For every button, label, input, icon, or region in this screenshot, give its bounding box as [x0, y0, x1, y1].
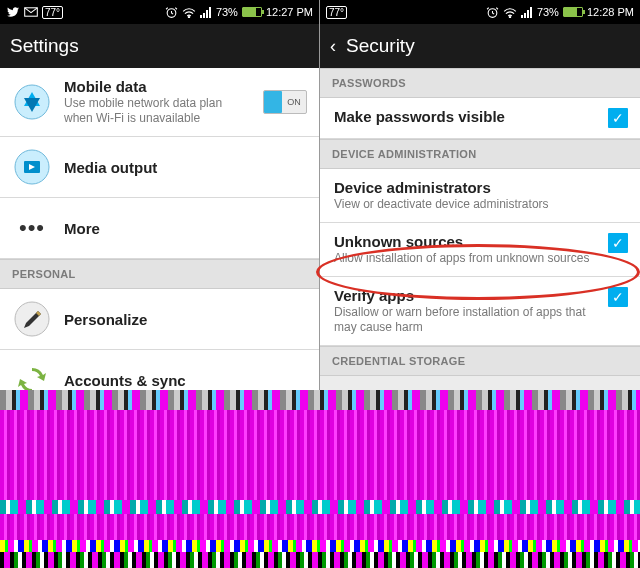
alarm-icon	[486, 6, 499, 19]
clock-time: 12:27 PM	[266, 6, 313, 18]
title-bar: Settings	[0, 24, 319, 68]
sync-icon	[12, 360, 52, 390]
more-icon: •••	[12, 208, 52, 248]
item-title: Personalize	[64, 311, 307, 328]
wifi-icon	[503, 7, 517, 18]
media-output-icon	[12, 147, 52, 187]
clock-time: 12:28 PM	[587, 6, 634, 18]
mail-icon	[24, 7, 38, 17]
battery-icon	[242, 7, 262, 17]
settings-screen: 77° 73% 12:27 PM Settings Mobile data	[0, 0, 320, 390]
settings-item-mobile-data[interactable]: Mobile data Use mobile network data plan…	[0, 68, 319, 137]
battery-percent: 73%	[216, 6, 238, 18]
item-title: Mobile data	[64, 78, 251, 95]
section-header-credential-storage: CREDENTIAL STORAGE	[320, 346, 640, 376]
svg-rect-15	[527, 10, 529, 18]
item-title: Verify apps	[334, 287, 598, 304]
title-bar: ‹ Security	[320, 24, 640, 68]
status-bar: 77° 73% 12:27 PM	[0, 0, 319, 24]
svg-rect-6	[209, 7, 211, 18]
item-subtitle: Disallow or warn before installation of …	[334, 305, 598, 335]
settings-item-more[interactable]: ••• More	[0, 198, 319, 259]
item-title: Media output	[64, 159, 307, 176]
signal-icon	[200, 7, 212, 18]
section-header-device-admin: DEVICE ADMINISTRATION	[320, 139, 640, 169]
settings-item-media-output[interactable]: Media output	[0, 137, 319, 198]
security-item-unknown-sources[interactable]: Unknown sources Allow installation of ap…	[320, 223, 640, 277]
alarm-icon	[165, 6, 178, 19]
settings-item-accounts-sync[interactable]: Accounts & sync	[0, 350, 319, 390]
back-icon[interactable]: ‹	[330, 36, 336, 57]
item-title: More	[64, 220, 307, 237]
svg-rect-14	[524, 13, 526, 18]
battery-icon	[563, 7, 583, 17]
item-title: Make passwords visible	[334, 108, 598, 125]
svg-rect-3	[200, 15, 202, 18]
section-header-passwords: PASSWORDS	[320, 68, 640, 98]
svg-rect-4	[203, 13, 205, 18]
page-title: Security	[346, 35, 415, 57]
section-header-personal: PERSONAL	[0, 259, 319, 289]
svg-rect-13	[521, 15, 523, 18]
personalize-icon	[12, 299, 52, 339]
checkbox-checked-icon[interactable]: ✓	[608, 108, 628, 128]
temperature-indicator: 77°	[326, 6, 347, 19]
security-item-make-passwords-visible[interactable]: Make passwords visible ✓	[320, 98, 640, 139]
temperature-indicator: 77°	[42, 6, 63, 19]
security-screen: 77° 73% 12:28 PM ‹ Security PASSWORDS Ma…	[320, 0, 640, 390]
item-title: Device administrators	[334, 179, 628, 196]
status-bar: 77° 73% 12:28 PM	[320, 0, 640, 24]
security-item-verify-apps[interactable]: Verify apps Disallow or warn before inst…	[320, 277, 640, 346]
svg-rect-16	[530, 7, 532, 18]
item-subtitle: Use mobile network data plan when Wi-Fi …	[64, 96, 251, 126]
mobile-data-icon	[12, 82, 52, 122]
checkbox-checked-icon[interactable]: ✓	[608, 233, 628, 253]
battery-percent: 73%	[537, 6, 559, 18]
corrupted-region	[0, 390, 640, 568]
signal-icon	[521, 7, 533, 18]
item-subtitle: Allow installation of apps from unknown …	[334, 251, 598, 266]
checkbox-checked-icon[interactable]: ✓	[608, 287, 628, 307]
security-item-device-administrators[interactable]: Device administrators View or deactivate…	[320, 169, 640, 223]
page-title: Settings	[10, 35, 79, 57]
mobile-data-toggle[interactable]: ON	[263, 90, 307, 114]
item-title: Accounts & sync	[64, 372, 307, 389]
twitter-icon	[6, 6, 20, 18]
item-title: Unknown sources	[334, 233, 598, 250]
wifi-icon	[182, 7, 196, 18]
svg-point-2	[188, 16, 189, 17]
svg-point-12	[509, 16, 510, 17]
item-subtitle: View or deactivate device administrators	[334, 197, 628, 212]
svg-rect-5	[206, 10, 208, 18]
settings-item-personalize[interactable]: Personalize	[0, 289, 319, 350]
